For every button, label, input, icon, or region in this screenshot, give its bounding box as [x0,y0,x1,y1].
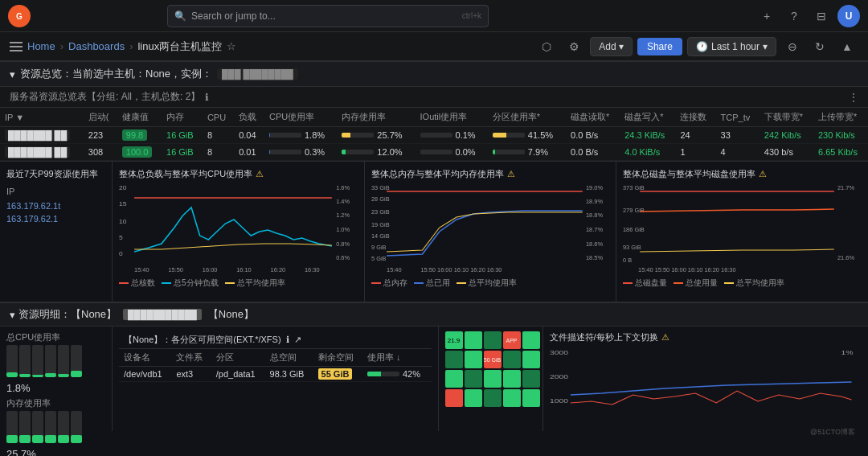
heatmap-cell [465,331,482,349]
cell-io-pct: 0.1% [416,127,488,144]
cell-usage: 42% [362,367,432,382]
col-disk-read[interactable]: 磁盘读取* [566,108,620,127]
table-header-row: IP ▼ 启动( 健康值 内存 CPU 负载 CPU使用率 内存使用率 IOut… [0,108,868,127]
cell-io-pct2: 0.0% [416,144,488,161]
heatmap-cell [522,370,540,388]
col-upload[interactable]: 上传带宽* [813,108,868,127]
svg-text:16:00: 16:00 [203,266,218,273]
col-conn[interactable]: 连接数 [675,108,715,127]
collapse-button[interactable]: ▲ [836,35,858,58]
col-memory[interactable]: 内存 [162,108,203,127]
resource-title: 资源总览：当前选中主机：None，实例： [20,67,212,81]
add-panel-button[interactable]: + [755,5,778,27]
col-device[interactable]: 设备名 [119,349,171,367]
top-nav: G 🔍 Search or jump to... ctrl+k + ? ⊟ U [0,0,868,32]
share-dashboard-icon[interactable]: ⬡ [535,35,558,58]
cell-conn2: 1 [675,144,715,161]
svg-text:18.6%: 18.6% [586,240,604,248]
col-tcp[interactable]: TCP_tv [716,108,760,127]
disk-table-panel: 【None】：各分区可用空间(EXT.*/XFS) ℹ ↗ 设备名 文件系 分区… [113,327,439,431]
breadcrumb-dashboards[interactable]: Dashboards [68,40,125,52]
share-button[interactable]: Share [637,38,682,55]
svg-text:15:50 16:00 16:10 16:20 16:30: 15:50 16:00 16:10 16:20 16:30 [420,266,502,273]
sep1: › [60,40,63,52]
col-total[interactable]: 总空间 [265,349,313,367]
col-io-pct[interactable]: IOutil使用率 [416,108,488,127]
svg-text:1000: 1000 [550,397,568,405]
chevron-detail-icon[interactable]: ▾ [10,309,15,321]
heatmap-cell [445,351,463,368]
col-download[interactable]: 下载带宽* [760,108,813,127]
cell-cpu2: 8 [203,144,234,161]
col-fstype[interactable]: 文件系 [171,349,211,367]
svg-text:186 GiB: 186 GiB [623,226,645,233]
search-bar[interactable]: 🔍 Search or jump to... ctrl+k [167,5,489,27]
star-icon[interactable]: ☆ [227,40,236,52]
table-info-icon[interactable]: ℹ [205,92,209,103]
server-table-section: 服务器资源总览表【分组: All，主机总数: 2】 ℹ ⋮ IP ▼ 启动( 健… [0,87,868,162]
mem-chart-svg: 33 GiB 28 GiB 23 GiB 19 GiB 14 GiB 9 GiB… [371,183,610,276]
news-button[interactable]: ⊟ [810,5,833,27]
svg-text:279 GiB: 279 GiB [623,207,645,214]
disk-table-header-row: 设备名 文件系 分区 总空间 剩余空间 使用率 ↓ [119,349,432,367]
heatmap-cell [484,370,502,388]
breadcrumb-current: linux两台主机监控 [137,39,222,54]
svg-text:0.8%: 0.8% [336,240,350,248]
col-disk-pct[interactable]: 分区使用率* [488,108,566,127]
col-usage[interactable]: 使用率 ↓ [362,349,432,367]
hamburger-menu[interactable] [10,42,23,51]
mem-value: 25.7% [6,448,105,456]
help-button[interactable]: ? [783,5,805,27]
load-chart-panel: 整体总负载与整体平均CPU使用率 ⚠ 20 15 10 5 0 1.6% 1.4… [113,162,365,302]
mem-bar-2 [19,411,31,443]
svg-text:16:10: 16:10 [236,266,252,273]
table-title: 服务器资源总览表【分组: All，主机总数: 2】 [10,90,200,104]
settings-icon[interactable]: ⚙ [563,35,585,58]
refresh-button[interactable]: ↻ [809,35,831,58]
col-health[interactable]: 健康值 [117,108,162,127]
time-range-label: Last 1 hour [711,41,760,52]
table-row[interactable]: ███████ ██ 223 99.8 16 GiB 8 0.04 1.8% 2… [0,127,868,144]
col-partition[interactable]: 分区 [211,349,265,367]
col-load[interactable]: 负载 [234,108,264,127]
ip-item-1[interactable]: 163.179.62.1t [6,201,105,211]
cell-memory2: 16 GiB [162,144,203,161]
add-button[interactable]: Add ▾ [590,37,633,56]
clock-icon: 🕐 [696,41,708,52]
breadcrumb-home[interactable]: Home [27,40,55,52]
cell-download2: 430 b/s [760,144,813,161]
time-range-picker[interactable]: 🕐 Last 1 hour ▾ [687,37,776,56]
col-free[interactable]: 剩余空间 [313,349,362,367]
server-table: IP ▼ 启动( 健康值 内存 CPU 负载 CPU使用率 内存使用率 IOut… [0,108,868,161]
disk-table-row[interactable]: /dev/vdb1 ext3 /pd_data1 98.3 GiB 55 GiB… [119,367,432,382]
detail-title: 资源明细：【None】 [18,307,117,322]
cpu-bar-3 [32,345,43,377]
cpu-bars [6,345,105,377]
col-disk-write[interactable]: 磁盘写入* [620,108,675,127]
cell-uptime2: 308 [84,144,117,161]
col-ip[interactable]: IP ▼ [0,108,84,127]
svg-text:33 GiB: 33 GiB [371,184,390,191]
detail-tag2: 【None】 [208,307,254,322]
cell-conn: 24 [675,127,715,144]
avatar[interactable]: U [837,5,860,27]
svg-text:19 GiB: 19 GiB [371,221,390,228]
toolbar-right: ⬡ ⚙ Add ▾ Share 🕐 Last 1 hour ▾ ⊖ ↻ ▲ [535,35,858,58]
disk-external-icon[interactable]: ↗ [294,335,301,345]
chevron-icon[interactable]: ▾ [10,68,15,80]
disk-info-icon[interactable]: ℹ [286,335,289,345]
col-cpu-pct[interactable]: CPU使用率 [264,108,337,127]
ip-item-2[interactable]: 163.179.62.1 [6,214,105,224]
heatmap-cell [445,389,463,407]
col-mem-pct[interactable]: 内存使用率 [337,108,415,127]
cell-memory: 16 GiB [162,127,203,144]
svg-text:1.2%: 1.2% [336,212,350,219]
col-cpu[interactable]: CPU [203,108,234,127]
disk-table-title: 【None】：各分区可用空间(EXT.*/XFS) [124,334,281,346]
cell-ip2: ███████ ██ [0,144,84,161]
col-uptime[interactable]: 启动( [84,108,117,127]
table-row[interactable]: ███████ ██ 308 100.0 16 GiB 8 0.01 0.3% … [0,144,868,161]
load-warn-icon: ⚠ [256,169,264,179]
zoom-out-button[interactable]: ⊖ [781,35,804,58]
table-menu-icon[interactable]: ⋮ [849,92,858,103]
